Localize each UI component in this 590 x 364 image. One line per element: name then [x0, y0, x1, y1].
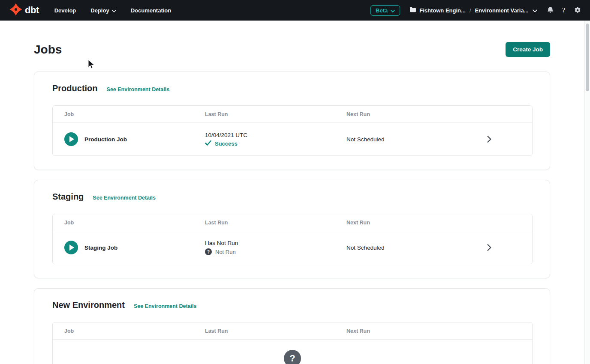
jobs-table-header: Job Last Run Next Run — [53, 214, 532, 231]
column-header-job: Job — [64, 220, 205, 226]
see-environment-details-link[interactable]: See Environment Details — [134, 303, 197, 309]
jobs-table-header: Job Last Run Next Run — [53, 322, 532, 340]
play-icon — [69, 136, 74, 142]
jobs-table: Job Last Run Next Run ? — [52, 322, 533, 364]
last-run-status-label: Not Run — [215, 249, 236, 255]
column-header-next-run: Next Run — [346, 111, 481, 117]
breadcrumb-project-label: Fishtown Engin... — [419, 7, 466, 14]
job-cell: Staging Job — [64, 241, 205, 254]
last-run-status-label: Success — [215, 140, 238, 147]
environment-name: Production — [52, 84, 98, 93]
empty-jobs-state: ? — [53, 340, 532, 364]
nav-item-deploy[interactable]: Deploy — [90, 7, 116, 14]
breadcrumb[interactable]: Fishtown Engin... / Environment Varia... — [409, 7, 537, 14]
next-run-cell: Not Scheduled — [346, 245, 481, 251]
last-run-status: ? Not Run — [205, 248, 346, 255]
chevron-down-icon — [391, 7, 395, 14]
job-cell: Production Job — [64, 132, 205, 146]
breadcrumb-project[interactable]: Fishtown Engin... — [409, 7, 466, 14]
navbar-right: Beta Fishtown Engin... / Environment Var… — [370, 5, 581, 16]
dbt-logo-text: dbt — [25, 5, 39, 16]
column-header-last-run: Last Run — [205, 111, 346, 117]
notifications-bell-icon[interactable] — [547, 6, 554, 14]
primary-nav: Develop Deploy Documentation — [54, 7, 172, 14]
breadcrumb-separator: / — [470, 7, 471, 14]
see-environment-details-link[interactable]: See Environment Details — [107, 87, 170, 92]
settings-gear-icon[interactable] — [574, 6, 581, 14]
nav-item-deploy-label: Deploy — [90, 7, 109, 14]
chevron-down-icon[interactable] — [533, 7, 537, 14]
run-job-play-button[interactable] — [64, 241, 78, 254]
folder-icon — [409, 7, 416, 14]
job-row-production-job[interactable]: Production Job 10/04/2021 UTC Success No… — [53, 123, 532, 155]
nav-item-documentation-label: Documentation — [131, 7, 172, 14]
navbar-icon-group: ? — [547, 6, 582, 15]
scrollbar-thumb[interactable] — [586, 24, 589, 91]
nav-item-develop[interactable]: Develop — [54, 7, 76, 14]
column-header-next-run: Next Run — [346, 220, 481, 226]
last-run-status: Success — [205, 140, 346, 147]
play-icon — [69, 245, 74, 251]
navbar-left: dbt Develop Deploy Documentation — [9, 3, 171, 18]
environment-card-staging: Staging See Environment Details Job Last… — [34, 180, 550, 278]
top-navbar: dbt Develop Deploy Documentation Beta — [0, 0, 590, 21]
chevron-right-icon[interactable] — [481, 135, 498, 143]
column-header-job: Job — [64, 111, 205, 117]
create-job-button[interactable]: Create Job — [506, 42, 550, 57]
last-run-date: 10/04/2021 UTC — [205, 132, 346, 138]
column-header-last-run: Last Run — [205, 220, 346, 226]
column-header-last-run: Last Run — [205, 328, 346, 334]
next-run-cell: Not Scheduled — [346, 136, 481, 143]
dbt-logo[interactable]: dbt — [9, 3, 39, 18]
job-row-staging-job[interactable]: Staging Job Has Not Run ? Not Run Not Sc… — [53, 231, 532, 264]
environment-card-header: Production See Environment Details — [52, 84, 533, 93]
page-header: Jobs Create Job — [34, 42, 550, 57]
jobs-table: Job Last Run Next Run Staging Job Has No… — [52, 214, 533, 264]
environment-name: Staging — [52, 192, 84, 202]
last-run-cell: Has Not Run ? Not Run — [205, 240, 346, 255]
page-scrollbar[interactable] — [584, 21, 590, 364]
column-header-job: Job — [64, 328, 205, 334]
question-circle-icon: ? — [205, 248, 212, 255]
success-check-icon — [205, 140, 211, 147]
run-job-play-button[interactable] — [64, 132, 78, 146]
chevron-right-icon[interactable] — [481, 244, 498, 251]
question-circle-icon: ? — [284, 350, 301, 364]
last-run-cell: 10/04/2021 UTC Success — [205, 132, 346, 147]
environment-card-header: Staging See Environment Details — [52, 192, 533, 202]
page-title: Jobs — [34, 43, 62, 57]
chevron-down-icon — [112, 7, 116, 14]
column-header-next-run: Next Run — [346, 328, 481, 334]
breadcrumb-current-label[interactable]: Environment Varia... — [475, 7, 529, 14]
environment-card-header: New Environment See Environment Details — [52, 300, 533, 310]
job-name[interactable]: Production Job — [84, 136, 127, 143]
environment-card-production: Production See Environment Details Job L… — [34, 72, 550, 170]
environment-name: New Environment — [52, 300, 125, 310]
nav-item-develop-label: Develop — [54, 7, 76, 14]
nav-item-documentation[interactable]: Documentation — [131, 7, 172, 14]
job-name[interactable]: Staging Job — [84, 245, 117, 251]
last-run-date: Has Not Run — [205, 240, 346, 246]
main-content: Jobs Create Job Production See Environme… — [0, 42, 590, 364]
help-icon[interactable]: ? — [562, 6, 566, 15]
see-environment-details-link[interactable]: See Environment Details — [93, 195, 156, 201]
beta-badge-label: Beta — [376, 7, 388, 14]
jobs-table-header: Job Last Run Next Run — [53, 106, 532, 123]
environment-card-new-environment: New Environment See Environment Details … — [34, 288, 550, 364]
dbt-logo-icon — [9, 3, 22, 18]
jobs-table: Job Last Run Next Run Production Job 10/… — [52, 105, 533, 156]
beta-badge[interactable]: Beta — [370, 5, 400, 16]
